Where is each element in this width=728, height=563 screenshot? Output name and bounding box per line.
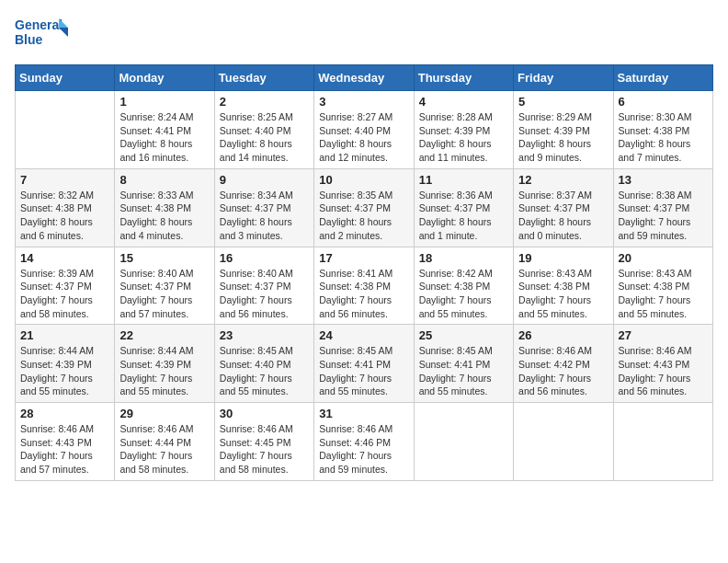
day-info: Sunrise: 8:27 AM Sunset: 4:40 PM Dayligh… <box>319 110 408 165</box>
day-info: Sunrise: 8:43 AM Sunset: 4:38 PM Dayligh… <box>619 267 708 321</box>
day-header-thursday: Thursday <box>414 65 513 91</box>
day-info: Sunrise: 8:40 AM Sunset: 4:37 PM Dayligh… <box>119 267 209 321</box>
svg-marker-3 <box>59 28 68 37</box>
day-info: Sunrise: 8:44 AM Sunset: 4:39 PM Dayligh… <box>119 344 209 398</box>
day-number: 27 <box>619 328 708 342</box>
day-number: 31 <box>319 407 408 420</box>
day-number: 11 <box>419 173 508 187</box>
day-header-sunday: Sunday <box>16 65 115 91</box>
calendar-cell <box>16 91 115 169</box>
day-number: 30 <box>220 407 309 420</box>
day-number: 10 <box>319 173 408 187</box>
calendar-cell: 27Sunrise: 8:46 AM Sunset: 4:43 PM Dayli… <box>613 325 712 403</box>
day-number: 15 <box>119 251 209 265</box>
day-info: Sunrise: 8:24 AM Sunset: 4:41 PM Dayligh… <box>119 110 209 165</box>
logo: General Blue <box>15 15 70 53</box>
calendar-cell: 7Sunrise: 8:32 AM Sunset: 4:38 PM Daylig… <box>16 168 115 247</box>
day-info: Sunrise: 8:35 AM Sunset: 4:37 PM Dayligh… <box>319 189 408 243</box>
day-number: 18 <box>419 251 508 265</box>
day-info: Sunrise: 8:37 AM Sunset: 4:37 PM Dayligh… <box>518 189 608 243</box>
day-info: Sunrise: 8:32 AM Sunset: 4:38 PM Dayligh… <box>20 189 109 243</box>
calendar-cell: 4Sunrise: 8:28 AM Sunset: 4:39 PM Daylig… <box>414 91 513 169</box>
day-number: 28 <box>20 407 109 420</box>
calendar-cell: 12Sunrise: 8:37 AM Sunset: 4:37 PM Dayli… <box>514 168 613 247</box>
day-number: 2 <box>220 95 309 109</box>
calendar-cell: 2Sunrise: 8:25 AM Sunset: 4:40 PM Daylig… <box>214 91 313 169</box>
calendar-header-row: SundayMondayTuesdayWednesdayThursdayFrid… <box>16 65 713 91</box>
day-info: Sunrise: 8:46 AM Sunset: 4:43 PM Dayligh… <box>619 344 708 398</box>
calendar-cell: 26Sunrise: 8:46 AM Sunset: 4:42 PM Dayli… <box>514 325 613 403</box>
day-info: Sunrise: 8:43 AM Sunset: 4:38 PM Dayligh… <box>518 267 608 321</box>
day-number: 19 <box>518 251 608 265</box>
svg-marker-2 <box>59 18 68 28</box>
calendar-cell: 9Sunrise: 8:34 AM Sunset: 4:37 PM Daylig… <box>214 168 313 247</box>
day-header-saturday: Saturday <box>613 65 712 91</box>
day-number: 9 <box>220 173 309 187</box>
day-info: Sunrise: 8:29 AM Sunset: 4:39 PM Dayligh… <box>518 110 608 165</box>
day-info: Sunrise: 8:36 AM Sunset: 4:37 PM Dayligh… <box>419 189 508 243</box>
day-info: Sunrise: 8:30 AM Sunset: 4:38 PM Dayligh… <box>619 110 708 165</box>
day-info: Sunrise: 8:38 AM Sunset: 4:37 PM Dayligh… <box>619 189 708 243</box>
calendar-cell <box>414 403 513 481</box>
day-info: Sunrise: 8:33 AM Sunset: 4:38 PM Dayligh… <box>119 189 209 243</box>
calendar-cell: 11Sunrise: 8:36 AM Sunset: 4:37 PM Dayli… <box>414 168 513 247</box>
day-number: 29 <box>119 407 209 420</box>
day-info: Sunrise: 8:39 AM Sunset: 4:37 PM Dayligh… <box>20 267 109 321</box>
calendar-cell: 23Sunrise: 8:45 AM Sunset: 4:40 PM Dayli… <box>214 325 313 403</box>
day-info: Sunrise: 8:46 AM Sunset: 4:42 PM Dayligh… <box>518 344 608 398</box>
calendar-cell: 24Sunrise: 8:45 AM Sunset: 4:41 PM Dayli… <box>314 325 414 403</box>
day-number: 3 <box>319 95 408 109</box>
calendar-cell: 17Sunrise: 8:41 AM Sunset: 4:38 PM Dayli… <box>314 247 414 325</box>
day-number: 6 <box>619 95 708 109</box>
calendar-week-row: 7Sunrise: 8:32 AM Sunset: 4:38 PM Daylig… <box>16 168 713 247</box>
calendar-cell: 5Sunrise: 8:29 AM Sunset: 4:39 PM Daylig… <box>514 91 613 169</box>
logo-svg: General Blue <box>15 15 70 53</box>
calendar-cell <box>613 403 712 481</box>
calendar-cell: 3Sunrise: 8:27 AM Sunset: 4:40 PM Daylig… <box>314 91 414 169</box>
day-header-monday: Monday <box>115 65 214 91</box>
calendar-cell: 14Sunrise: 8:39 AM Sunset: 4:37 PM Dayli… <box>16 247 115 325</box>
calendar-cell: 29Sunrise: 8:46 AM Sunset: 4:44 PM Dayli… <box>115 403 214 481</box>
day-info: Sunrise: 8:44 AM Sunset: 4:39 PM Dayligh… <box>20 344 109 398</box>
day-number: 1 <box>119 95 209 109</box>
day-info: Sunrise: 8:45 AM Sunset: 4:41 PM Dayligh… <box>319 344 408 398</box>
page-header: General Blue <box>15 15 713 53</box>
day-header-tuesday: Tuesday <box>214 65 313 91</box>
day-info: Sunrise: 8:34 AM Sunset: 4:37 PM Dayligh… <box>220 189 309 243</box>
day-info: Sunrise: 8:46 AM Sunset: 4:46 PM Dayligh… <box>319 422 408 477</box>
calendar-cell: 1Sunrise: 8:24 AM Sunset: 4:41 PM Daylig… <box>115 91 214 169</box>
calendar-cell: 28Sunrise: 8:46 AM Sunset: 4:43 PM Dayli… <box>16 403 115 481</box>
day-info: Sunrise: 8:45 AM Sunset: 4:41 PM Dayligh… <box>419 344 508 398</box>
day-number: 14 <box>20 251 109 265</box>
calendar-cell: 25Sunrise: 8:45 AM Sunset: 4:41 PM Dayli… <box>414 325 513 403</box>
day-number: 25 <box>419 328 508 342</box>
day-info: Sunrise: 8:40 AM Sunset: 4:37 PM Dayligh… <box>220 267 309 321</box>
calendar-cell: 6Sunrise: 8:30 AM Sunset: 4:38 PM Daylig… <box>613 91 712 169</box>
calendar-cell: 8Sunrise: 8:33 AM Sunset: 4:38 PM Daylig… <box>115 168 214 247</box>
day-number: 20 <box>619 251 708 265</box>
day-number: 21 <box>20 328 109 342</box>
calendar-table: SundayMondayTuesdayWednesdayThursdayFrid… <box>15 64 713 481</box>
day-number: 12 <box>518 173 608 187</box>
day-number: 22 <box>119 328 209 342</box>
calendar-cell: 20Sunrise: 8:43 AM Sunset: 4:38 PM Dayli… <box>613 247 712 325</box>
calendar-cell: 10Sunrise: 8:35 AM Sunset: 4:37 PM Dayli… <box>314 168 414 247</box>
day-number: 8 <box>119 173 209 187</box>
day-number: 7 <box>20 173 109 187</box>
day-number: 16 <box>220 251 309 265</box>
day-info: Sunrise: 8:46 AM Sunset: 4:43 PM Dayligh… <box>20 422 109 477</box>
day-number: 4 <box>419 95 508 109</box>
calendar-cell: 30Sunrise: 8:46 AM Sunset: 4:45 PM Dayli… <box>214 403 313 481</box>
calendar-cell: 16Sunrise: 8:40 AM Sunset: 4:37 PM Dayli… <box>214 247 313 325</box>
svg-text:General: General <box>15 17 63 32</box>
day-number: 5 <box>518 95 608 109</box>
day-number: 24 <box>319 328 408 342</box>
calendar-cell: 21Sunrise: 8:44 AM Sunset: 4:39 PM Dayli… <box>16 325 115 403</box>
calendar-cell: 15Sunrise: 8:40 AM Sunset: 4:37 PM Dayli… <box>115 247 214 325</box>
day-info: Sunrise: 8:25 AM Sunset: 4:40 PM Dayligh… <box>220 110 309 165</box>
calendar-cell: 22Sunrise: 8:44 AM Sunset: 4:39 PM Dayli… <box>115 325 214 403</box>
calendar-cell: 18Sunrise: 8:42 AM Sunset: 4:38 PM Dayli… <box>414 247 513 325</box>
calendar-cell: 13Sunrise: 8:38 AM Sunset: 4:37 PM Dayli… <box>613 168 712 247</box>
day-info: Sunrise: 8:45 AM Sunset: 4:40 PM Dayligh… <box>220 344 309 398</box>
day-number: 26 <box>518 328 608 342</box>
